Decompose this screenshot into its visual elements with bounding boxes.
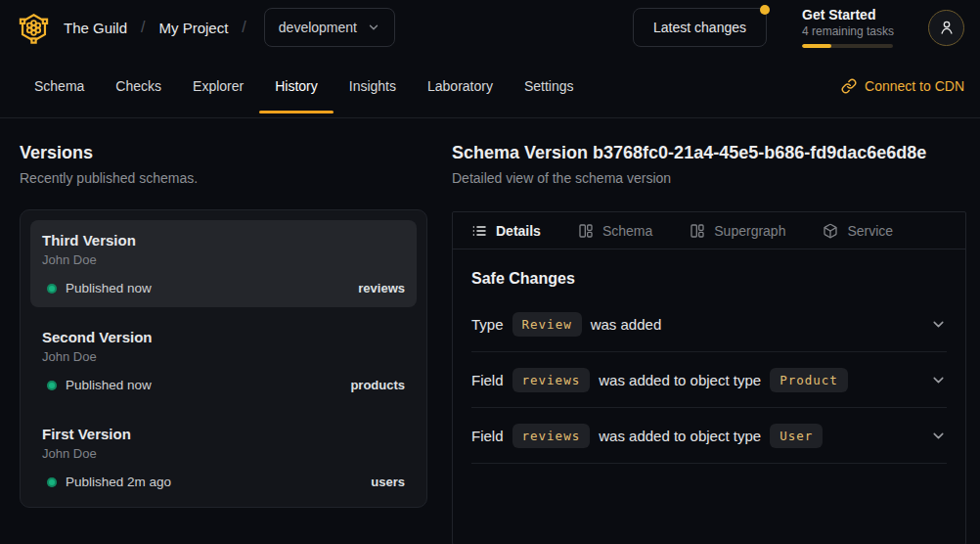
change-prefix: Type — [471, 316, 504, 333]
version-target-name: users — [371, 475, 405, 489]
detail-tab-schema[interactable]: Schema — [578, 223, 652, 239]
target-selector[interactable]: development — [264, 8, 395, 47]
version-title: First Version — [42, 426, 405, 443]
published-status-text: Published now — [66, 378, 152, 392]
published-status-dot — [47, 381, 57, 390]
tab-settings[interactable]: Settings — [509, 55, 590, 117]
safe-changes-heading: Safe Changes — [471, 269, 947, 289]
tab-explorer[interactable]: Explorer — [177, 55, 259, 117]
change-row[interactable]: Type Review was added — [471, 296, 947, 352]
chevron-down-icon — [930, 316, 947, 333]
user-avatar-button[interactable] — [928, 10, 964, 46]
change-prefix: Field — [471, 372, 504, 388]
change-code-badge: Review — [512, 312, 582, 337]
version-target-name: products — [350, 378, 405, 392]
breadcrumb-project[interactable]: My Project — [159, 20, 229, 36]
change-text: was added to object type — [599, 428, 761, 444]
list-icon — [471, 223, 487, 239]
versions-list: Third Version John Doe Published now rev… — [20, 209, 427, 508]
change-type-badge: User — [770, 424, 823, 448]
version-list-item[interactable]: Third Version John Doe Published now rev… — [30, 220, 417, 307]
tab-checks[interactable]: Checks — [100, 55, 177, 117]
get-started-title: Get Started — [802, 7, 893, 23]
change-code-badge: reviews — [512, 424, 591, 448]
main-content: Versions Recently published schemas. Thi… — [0, 118, 980, 544]
version-title: Second Version — [42, 329, 405, 346]
chevron-down-icon — [930, 428, 947, 444]
versions-subtitle: Recently published schemas. — [20, 170, 427, 187]
version-target-name: reviews — [358, 281, 405, 295]
version-list-item[interactable]: First Version John Doe Published 2m ago … — [30, 414, 417, 501]
detail-tab-label: Details — [496, 223, 541, 239]
change-row[interactable]: Field reviews was added to object type P… — [471, 352, 947, 408]
detail-tab-details[interactable]: Details — [471, 223, 541, 239]
breadcrumb-separator: / — [141, 19, 145, 36]
change-code-badge: reviews — [512, 368, 591, 392]
tab-history[interactable]: History — [259, 55, 334, 117]
tab-insights[interactable]: Insights — [334, 55, 412, 117]
published-status-text: Published 2m ago — [66, 475, 171, 489]
version-author: John Doe — [42, 349, 405, 365]
link-icon — [841, 78, 857, 94]
person-icon — [938, 19, 956, 36]
get-started-progress-fill — [802, 44, 831, 48]
version-detail-tabs: Details Schema Supergraph — [453, 212, 965, 249]
get-started-progress-track — [802, 44, 893, 48]
notification-dot — [760, 5, 770, 15]
panels-icon — [578, 223, 594, 239]
change-text: was added — [591, 316, 662, 333]
version-detail-panel: Schema Version b3768fc0-21a4-45e5-b686-f… — [452, 143, 966, 544]
version-detail-box: Details Schema Supergraph — [452, 211, 966, 544]
get-started-widget[interactable]: Get Started 4 remaining tasks — [802, 7, 893, 48]
breadcrumb-separator: / — [242, 19, 245, 36]
detail-tab-label: Service — [847, 223, 893, 239]
target-selector-value: development — [279, 20, 357, 35]
tab-schema[interactable]: Schema — [19, 55, 100, 117]
version-detail-subtitle: Detailed view of the schema version — [452, 170, 966, 187]
cube-icon — [823, 223, 838, 239]
version-detail-title: Schema Version b3768fc0-21a4-45e5-b686-f… — [452, 143, 966, 163]
version-list-item[interactable]: Second Version John Doe Published now pr… — [30, 317, 417, 404]
published-status-text: Published now — [66, 281, 152, 295]
latest-changes-button[interactable]: Latest changes — [633, 8, 767, 47]
version-author: John Doe — [42, 446, 405, 462]
published-status-dot — [47, 477, 57, 487]
detail-tab-service[interactable]: Service — [823, 223, 893, 239]
changes-list: Type Review was added Field reviews was … — [471, 296, 947, 464]
connect-to-cdn-button[interactable]: Connect to CDN — [841, 55, 964, 117]
change-prefix: Field — [471, 428, 504, 444]
guild-logo-icon[interactable] — [18, 12, 50, 44]
chevron-down-icon — [930, 372, 947, 388]
app-header: The Guild / My Project / development Lat… — [0, 0, 980, 55]
detail-tab-label: Schema — [602, 223, 652, 239]
tab-laboratory[interactable]: Laboratory — [412, 55, 509, 117]
versions-panel: Versions Recently published schemas. Thi… — [20, 143, 427, 544]
primary-nav: Schema Checks Explorer History Insights … — [0, 55, 980, 118]
panels-icon — [690, 223, 705, 239]
chevron-down-icon — [367, 21, 380, 34]
detail-tab-label: Supergraph — [714, 223, 785, 239]
change-type-badge: Product — [770, 368, 848, 392]
published-status-dot — [47, 284, 57, 294]
version-author: John Doe — [42, 252, 405, 268]
change-row[interactable]: Field reviews was added to object type U… — [471, 408, 947, 464]
breadcrumb-org[interactable]: The Guild — [64, 20, 127, 36]
get-started-subtitle: 4 remaining tasks — [802, 24, 893, 38]
change-text: was added to object type — [599, 372, 761, 388]
connect-to-cdn-label: Connect to CDN — [865, 78, 964, 94]
detail-tab-supergraph[interactable]: Supergraph — [690, 223, 785, 239]
latest-changes-label: Latest changes — [653, 20, 746, 35]
versions-title: Versions — [20, 143, 427, 163]
version-title: Third Version — [42, 232, 405, 249]
